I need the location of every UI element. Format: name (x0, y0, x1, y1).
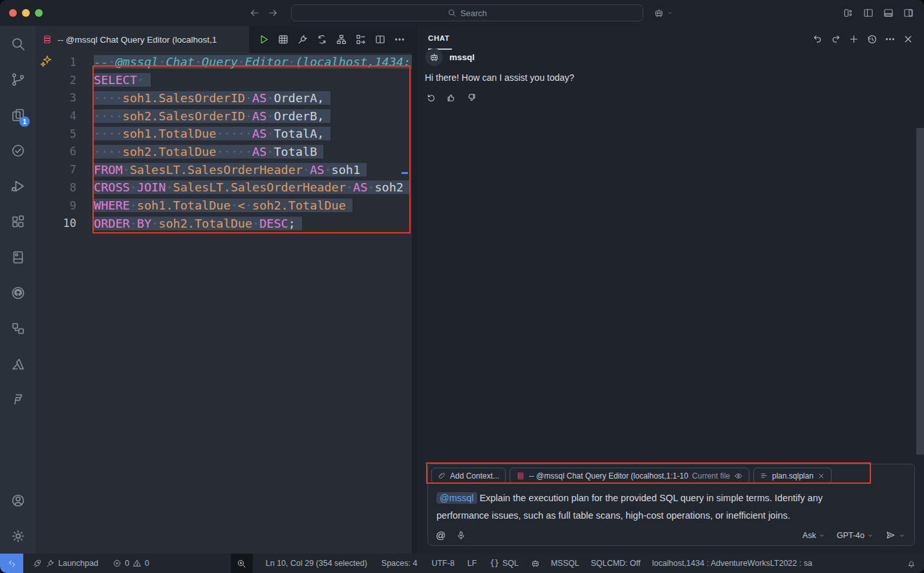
redo-button[interactable] (830, 34, 841, 45)
line-number[interactable]: 6 (36, 145, 94, 158)
sidebar-item-fabric[interactable] (0, 382, 36, 417)
send-button[interactable] (885, 530, 905, 541)
close-window-button[interactable] (9, 9, 17, 17)
launchpad-item[interactable]: Launchpad (32, 559, 98, 568)
code-line[interactable]: 8CROSS·JOIN·SalesLT.SalesOrderHeader·AS·… (36, 178, 412, 197)
estimated-plan-button[interactable] (336, 34, 347, 45)
line-number[interactable]: 7 (36, 163, 94, 176)
sidebar-item-check[interactable] (0, 133, 36, 168)
plug-icon (45, 559, 55, 568)
close-icon[interactable] (817, 472, 825, 480)
close-chat-button[interactable] (903, 34, 914, 45)
regenerate-button[interactable] (426, 92, 436, 103)
settings-button[interactable] (0, 518, 36, 554)
sidebar-item-explorer[interactable]: 1 (0, 97, 36, 133)
sidebar-item-extensions[interactable] (0, 204, 36, 239)
line-number[interactable]: 10 (36, 217, 94, 230)
code-line[interactable]: 2SELECT· (36, 71, 412, 89)
code-editor[interactable]: 1--·@mssql·Chat·Query·Editor·(localhost,… (36, 53, 412, 554)
navigate-back-button[interactable] (249, 7, 261, 19)
mode-dropdown[interactable]: Ask (802, 531, 825, 540)
code-line[interactable]: 5····soh1.TotalDue·····AS·TotalA, (36, 125, 412, 143)
code-line[interactable]: 1--·@mssql·Chat·Query·Editor·(localhost,… (36, 53, 412, 71)
line-number[interactable]: 2 (36, 74, 94, 87)
new-chat-button[interactable] (848, 34, 859, 45)
remote-indicator[interactable] (0, 554, 23, 573)
thumbs-up-button[interactable] (446, 92, 457, 103)
more-actions-button[interactable] (394, 34, 405, 45)
sidebar-item-azure[interactable] (0, 346, 36, 382)
problems-item[interactable]: 0 0 (113, 559, 149, 568)
sqlcmd-item[interactable]: SQLCMD: Off (591, 559, 641, 568)
voice-input-button[interactable] (456, 530, 466, 541)
sidebar-item-run-debug[interactable] (0, 168, 36, 204)
disconnect-button[interactable] (297, 34, 308, 45)
indentation-item[interactable]: Spaces: 4 (381, 559, 418, 568)
undo-button[interactable] (812, 34, 823, 45)
editor-chat-sash[interactable] (412, 26, 417, 554)
line-number[interactable]: 8 (36, 181, 94, 194)
code-lines: 1--·@mssql·Chat·Query·Editor·(localhost,… (36, 53, 412, 232)
eol-item[interactable]: LF (467, 559, 477, 568)
navigate-forward-button[interactable] (267, 7, 279, 19)
line-number[interactable]: 4 (36, 109, 94, 122)
command-center-search[interactable]: Search (291, 5, 643, 21)
plan-file-chip[interactable]: plan.sqlplan (753, 468, 832, 484)
more-button[interactable] (885, 34, 896, 45)
line-number[interactable]: 9 (36, 199, 94, 212)
tab-chat[interactable]: CHAT (428, 34, 450, 42)
copilot-status-item[interactable] (530, 558, 541, 568)
chat-input-text[interactable]: @mssql Explain the execution plan for th… (436, 490, 906, 524)
code-line[interactable]: 9WHERE·soh1.TotalDue·<·soh2.TotalDue (36, 197, 412, 215)
mssql-item[interactable]: MSSQL (551, 559, 579, 568)
code-line[interactable]: 3····soh1.SalesOrderID·AS·OrderA, (36, 89, 412, 107)
language-mode-item[interactable]: {}SQL (489, 559, 518, 568)
split-editor-button[interactable] (374, 34, 386, 45)
code-line[interactable]: 10ORDER·BY·soh2.TotalDue·DESC; (36, 214, 412, 232)
account-button[interactable] (0, 482, 36, 518)
toggle-panel-button[interactable] (883, 7, 894, 19)
add-context-button[interactable]: Add Context... (431, 468, 506, 484)
sidebar-item-search[interactable] (0, 26, 36, 61)
encoding-item[interactable]: UTF-8 (431, 559, 454, 568)
sidebar-item-source-control[interactable] (0, 61, 36, 97)
code-line[interactable]: 4····soh2.SalesOrderID·AS·OrderB, (36, 107, 412, 125)
code-line[interactable]: 6····soh2.TotalDue·····AS·TotalB (36, 143, 412, 161)
chat-history-button[interactable] (866, 34, 877, 45)
customize-layout-button[interactable] (843, 7, 854, 19)
braces-icon: {} (489, 559, 499, 568)
actual-plan-button[interactable] (355, 34, 367, 45)
git-branch-icon (10, 72, 26, 87)
notifications-item[interactable] (907, 559, 916, 568)
toggle-secondary-sidebar-button[interactable] (903, 7, 914, 19)
copilot-menu-button[interactable] (653, 7, 673, 19)
zoom-window-button[interactable] (35, 9, 43, 17)
zoom-status-item[interactable] (231, 554, 253, 573)
cursor-position-item[interactable]: Ln 10, Col 29 (354 selected) (266, 559, 367, 568)
chevron-down-icon (867, 532, 874, 539)
copilot-sparkle-icon[interactable] (40, 55, 52, 67)
run-query-button[interactable] (258, 34, 270, 45)
line-number[interactable]: 5 (36, 127, 94, 140)
code-line[interactable]: 7FROM·SalesLT.SalesOrderHeader·AS·soh1 (36, 160, 412, 178)
mention-chip[interactable]: @mssql (436, 492, 477, 504)
context-file-chip[interactable]: -- @mssql Chat Query Editor (localhost,1… (510, 468, 749, 484)
eye-icon[interactable] (734, 471, 743, 481)
thumbs-down-button[interactable] (466, 92, 477, 103)
change-connection-button[interactable] (316, 34, 328, 45)
mention-button[interactable]: @ (436, 530, 446, 541)
model-dropdown[interactable]: GPT-4o (837, 531, 874, 540)
chat-scrollbar[interactable] (916, 128, 924, 455)
toggle-primary-sidebar-button[interactable] (863, 7, 874, 19)
minimize-window-button[interactable] (22, 9, 30, 17)
connection-item[interactable]: localhost,1434 : AdventureWorksLT2022 : … (652, 559, 813, 568)
thumbs-up-icon (446, 92, 457, 103)
sidebar-item-sql-server[interactable] (0, 239, 36, 275)
results-grid-button[interactable] (277, 34, 289, 45)
sidebar-item-github[interactable] (0, 275, 36, 310)
tab-query-editor[interactable]: -- @mssql Chat Query Editor (localhost,1 (36, 26, 249, 53)
plus-icon (848, 34, 859, 45)
line-number[interactable]: 3 (36, 91, 94, 104)
undo-icon (812, 34, 823, 45)
sidebar-item-database-projects[interactable] (0, 310, 36, 346)
